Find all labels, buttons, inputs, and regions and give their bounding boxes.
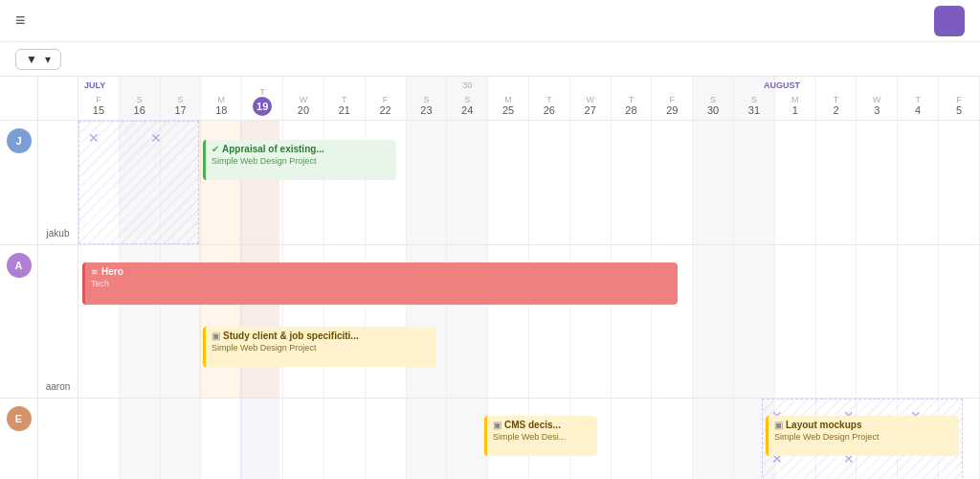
task-project: Simple Web Design Project <box>212 156 390 166</box>
cell-jakub-11 <box>529 121 570 244</box>
name-eliza: eliza <box>38 399 78 479</box>
cell-eliza-14 <box>652 399 693 479</box>
cell-eliza-1 <box>120 399 161 479</box>
square-icon: ▣ <box>212 331 220 341</box>
cell-jakub-1 <box>120 121 161 244</box>
cell-jakub-20 <box>898 121 939 244</box>
cell-jakub-18 <box>816 121 858 244</box>
calendar-main: JULYAUGUSTF 15S 16S 17M 18T 19W 20T 21F … <box>78 77 980 479</box>
task-title: Study client & job specificiti... <box>223 331 359 341</box>
avatar-cell-aaron: A <box>0 245 37 399</box>
add-button[interactable] <box>934 6 965 36</box>
cell-aaron-16 <box>734 245 775 398</box>
cell-aaron-19 <box>857 245 898 398</box>
cell-jakub-14 <box>652 121 693 244</box>
task-appraisal[interactable]: ✔Appraisal of existing...Simple Web Desi… <box>203 140 396 180</box>
cell-aaron-20 <box>898 245 939 398</box>
check-icon: ✔ <box>212 144 219 154</box>
cell-jakub-10 <box>488 121 529 244</box>
task-cms[interactable]: ▣ CMS decis...Simple Web Desi... <box>484 416 597 456</box>
task-title: Appraisal of existing... <box>222 144 324 154</box>
cell-jakub-13 <box>612 121 653 244</box>
calendar-grid: J A E jakub aaron eliza JULYAUGUSTF 15S … <box>0 77 980 479</box>
avatar-aaron: A <box>7 253 32 278</box>
task-project: Simple Web Design Project <box>212 343 431 353</box>
funnel-icon: ▼ <box>26 53 37 66</box>
day-header-18: M 18 <box>201 77 242 120</box>
cell-jakub-21 <box>939 121 980 244</box>
day-header-15: F 15 <box>78 77 120 120</box>
task-hero[interactable]: ≋ HeroTech <box>82 262 678 305</box>
row-eliza: ✕✕✕✕✕▣ CMS decis...Simple Web Desi...▣ L… <box>78 399 980 479</box>
avatar-column: J A E <box>0 77 38 479</box>
days-container: JULYAUGUSTF 15S 16S 17M 18T 19W 20T 21F … <box>78 77 980 479</box>
cell-eliza-3 <box>201 399 242 479</box>
avatar-eliza: E <box>7 406 32 431</box>
top-bar: ≡ <box>0 0 980 42</box>
cell-eliza-7 <box>366 399 407 479</box>
name-aaron: aaron <box>38 245 78 399</box>
task-study[interactable]: ▣ Study client & job specificiti...Simpl… <box>203 327 436 367</box>
day-header-28: T 28 <box>612 77 653 120</box>
cell-jakub-12 <box>570 121 612 244</box>
cell-eliza-8 <box>407 399 448 479</box>
name-jakub: jakub <box>38 121 78 245</box>
cell-jakub-8 <box>407 121 448 244</box>
day-header-16: S 16 <box>120 77 161 120</box>
cell-jakub-19 <box>857 121 898 244</box>
square-icon: ▣ <box>493 420 501 430</box>
filters-button[interactable]: ▼ ▾ <box>15 49 61 70</box>
day-header-20: W 20 <box>283 77 324 120</box>
cell-aaron-21 <box>939 245 980 398</box>
cell-eliza-2 <box>161 399 202 479</box>
row-jakub: ✕✕✔Appraisal of existing...Simple Web De… <box>78 121 980 245</box>
cell-jakub-9 <box>447 121 488 244</box>
cell-eliza-0 <box>78 399 120 479</box>
header-row: JULYAUGUSTF 15S 16S 17M 18T 19W 20T 21F … <box>78 77 980 121</box>
cell-aaron-18 <box>816 245 858 398</box>
day-header-23: S 23 <box>407 77 448 120</box>
day-header-30: S 30 <box>693 77 734 120</box>
day-header-1: M 1 <box>775 77 816 120</box>
row-aaron: ≋ HeroTech▣ Study client & job specifici… <box>78 245 980 399</box>
avatar-cell-eliza: E <box>0 399 37 479</box>
cell-jakub-15 <box>693 121 734 244</box>
task-layout[interactable]: ▣ Layout mockupsSimple Web Design Projec… <box>766 416 959 456</box>
day-header-3: W 3 <box>857 77 898 120</box>
square-icon: ▣ <box>774 420 783 430</box>
cell-aaron-17 <box>775 245 816 398</box>
avatar-cell-jakub: J <box>0 121 37 245</box>
name-header <box>38 77 78 121</box>
cell-jakub-17 <box>775 121 816 244</box>
day-header-21: T 21 <box>324 77 366 120</box>
cell-eliza-13 <box>612 399 653 479</box>
day-header-26: T 26 <box>529 77 570 120</box>
avatar-header <box>0 77 37 121</box>
filter-bar: ▼ ▾ <box>0 42 980 77</box>
task-title: Hero <box>101 266 123 277</box>
day-header-31: S 31 <box>734 77 775 120</box>
content-rows: ✕✕✔Appraisal of existing...Simple Web De… <box>78 121 980 479</box>
stripes-icon: ≋ <box>91 267 99 277</box>
cell-aaron-15 <box>693 245 734 398</box>
task-project: Tech <box>91 279 672 288</box>
task-title: CMS decis... <box>504 420 561 430</box>
day-header-24: 30S 24 <box>447 77 488 120</box>
task-project: Simple Web Design Project <box>774 432 953 442</box>
day-header-5: F 5 <box>939 77 980 120</box>
cell-eliza-4 <box>242 399 283 479</box>
menu-icon[interactable]: ≡ <box>15 11 26 31</box>
day-header-25: M 25 <box>488 77 529 120</box>
top-bar-left: ≡ <box>15 11 35 31</box>
cell-eliza-15 <box>693 399 734 479</box>
cell-jakub-2 <box>161 121 202 244</box>
task-title: Layout mockups <box>786 420 861 430</box>
avatar-jakub: J <box>7 128 32 153</box>
day-header-27: W 27 <box>570 77 612 120</box>
day-header-19: T 19 <box>242 77 283 120</box>
day-header-29: F 29 <box>652 77 693 120</box>
cell-jakub-16 <box>734 121 775 244</box>
day-header-17: S 17 <box>161 77 202 120</box>
day-header-4: T 4 <box>898 77 939 120</box>
calendar-wrapper: J A E jakub aaron eliza JULYAUGUSTF 15S … <box>0 77 980 479</box>
